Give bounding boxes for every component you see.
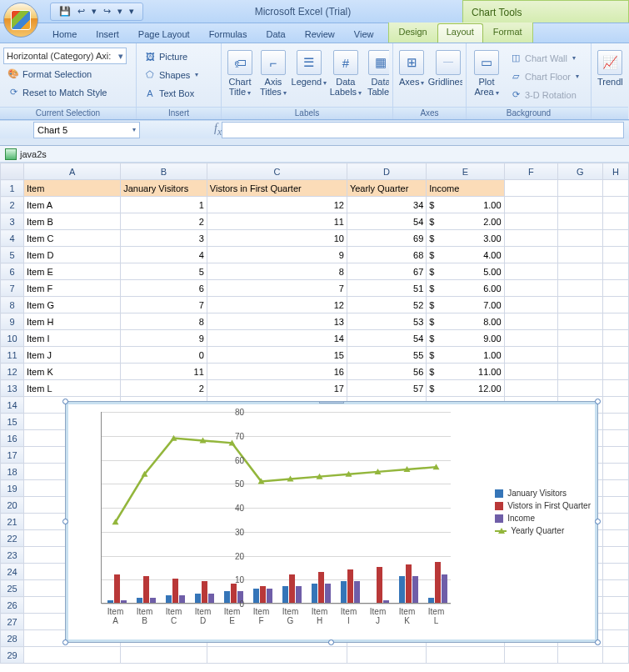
cell[interactable] xyxy=(557,247,602,263)
cell[interactable]: Item C xyxy=(24,230,121,247)
cell[interactable]: January Visitors xyxy=(121,180,207,197)
cell[interactable]: 8 xyxy=(121,313,207,330)
row-header[interactable]: 21 xyxy=(1,514,24,530)
cell[interactable]: Item A xyxy=(24,197,121,213)
cell[interactable]: 11 xyxy=(207,213,347,230)
chart-element-combo[interactable]: Horizontal (Category) Axi:▾ xyxy=(3,48,127,64)
workbook-caption[interactable]: java2s xyxy=(0,146,629,163)
row-header[interactable]: 25 xyxy=(1,580,24,597)
cell[interactable]: 7 xyxy=(207,280,347,297)
cell[interactable] xyxy=(557,263,602,280)
cell[interactable]: Income xyxy=(427,180,504,197)
row-header[interactable]: 6 xyxy=(1,263,24,280)
cell[interactable]: 53 xyxy=(347,313,426,330)
gridlines-button[interactable]: 𝄖Gridlines▾ xyxy=(429,48,462,91)
cell[interactable]: 1 xyxy=(121,197,207,213)
row-header[interactable]: 2 xyxy=(1,197,24,213)
row-header[interactable]: 1 xyxy=(1,180,24,197)
cell[interactable]: 34 xyxy=(347,197,426,213)
col-header-e[interactable]: E xyxy=(427,163,504,180)
cell[interactable] xyxy=(557,197,602,213)
cell[interactable] xyxy=(557,313,602,330)
tab-formulas[interactable]: Formulas xyxy=(200,26,257,43)
cell[interactable] xyxy=(602,414,628,430)
cell[interactable] xyxy=(602,614,628,630)
tab-design[interactable]: Design xyxy=(389,23,436,43)
cell[interactable]: 56 xyxy=(347,364,426,380)
cell[interactable] xyxy=(347,647,426,664)
row-header[interactable]: 19 xyxy=(1,480,24,497)
redo-icon[interactable]: ↪ xyxy=(103,6,111,17)
undo-icon[interactable]: ↩ xyxy=(77,6,85,17)
cell[interactable] xyxy=(24,647,121,664)
cell[interactable] xyxy=(504,347,557,364)
cell[interactable] xyxy=(602,647,628,664)
axis-titles-button[interactable]: ⌐Axis Titles▾ xyxy=(257,48,289,101)
cell[interactable] xyxy=(504,263,557,280)
cell[interactable]: 52 xyxy=(347,297,426,313)
row-header[interactable]: 14 xyxy=(1,397,24,414)
cell[interactable]: 54 xyxy=(347,213,426,230)
cell[interactable]: $1.00 xyxy=(427,197,504,213)
cell[interactable] xyxy=(121,647,207,664)
col-header-a[interactable]: A xyxy=(24,163,121,180)
cell[interactable]: 5 xyxy=(121,263,207,280)
cell[interactable]: Item J xyxy=(24,347,121,364)
shapes-button[interactable]: ⬠Shapes▾ xyxy=(140,66,202,83)
cell[interactable]: 54 xyxy=(347,330,426,347)
cell[interactable] xyxy=(504,280,557,297)
cell[interactable] xyxy=(602,630,628,647)
cell[interactable] xyxy=(504,213,557,230)
tab-layout[interactable]: Layout xyxy=(437,23,483,43)
cell[interactable] xyxy=(602,380,628,397)
formula-input[interactable] xyxy=(222,122,624,138)
cell[interactable]: 17 xyxy=(207,380,347,397)
cell[interactable]: 69 xyxy=(347,230,426,247)
cell[interactable] xyxy=(504,297,557,313)
cell[interactable]: $2.00 xyxy=(427,213,504,230)
legend-button[interactable]: ☰Legend▾ xyxy=(292,48,327,91)
cell[interactable] xyxy=(557,213,602,230)
plot-area-button[interactable]: ▭Plot Area▾ xyxy=(470,48,503,101)
cell[interactable]: Item G xyxy=(24,297,121,313)
row-header[interactable]: 9 xyxy=(1,313,24,330)
col-header-f[interactable]: F xyxy=(504,163,557,180)
row-header[interactable]: 4 xyxy=(1,230,24,247)
cell[interactable] xyxy=(427,647,504,664)
cell[interactable]: Item H xyxy=(24,313,121,330)
cell[interactable]: 12 xyxy=(207,197,347,213)
cell[interactable] xyxy=(602,514,628,530)
cell[interactable] xyxy=(557,364,602,380)
cell[interactable]: $3.00 xyxy=(427,230,504,247)
cell[interactable] xyxy=(602,530,628,547)
cell[interactable]: 6 xyxy=(121,280,207,297)
cell[interactable] xyxy=(602,580,628,597)
row-header[interactable]: 26 xyxy=(1,597,24,614)
row-header[interactable]: 22 xyxy=(1,530,24,547)
row-header[interactable]: 18 xyxy=(1,464,24,480)
cell[interactable]: Item E xyxy=(24,263,121,280)
cell[interactable] xyxy=(602,364,628,380)
row-header[interactable]: 28 xyxy=(1,630,24,647)
cell[interactable]: 3 xyxy=(121,230,207,247)
cell[interactable]: 2 xyxy=(121,380,207,397)
chart-legend[interactable]: January Visitors Vistors in First Quarte… xyxy=(495,485,591,539)
cell[interactable]: 9 xyxy=(121,330,207,347)
cell[interactable]: $5.00 xyxy=(427,263,504,280)
data-labels-button[interactable]: #Data Labels▾ xyxy=(329,48,362,101)
tab-insert[interactable]: Insert xyxy=(87,26,128,43)
picture-button[interactable]: 🖼Picture xyxy=(140,48,202,65)
cell[interactable] xyxy=(602,213,628,230)
row-header[interactable]: 27 xyxy=(1,614,24,630)
embedded-chart[interactable]: January Visitors Vistors in First Quarte… xyxy=(65,401,598,643)
cell[interactable] xyxy=(602,564,628,580)
cell[interactable]: $7.00 xyxy=(427,297,504,313)
textbox-button[interactable]: AText Box xyxy=(140,84,202,102)
cell[interactable]: 7 xyxy=(121,297,207,313)
cell[interactable]: 4 xyxy=(121,247,207,263)
tab-home[interactable]: Home xyxy=(43,26,86,43)
cell[interactable]: 0 xyxy=(121,347,207,364)
cell[interactable] xyxy=(504,380,557,397)
cell[interactable] xyxy=(602,497,628,514)
cell[interactable] xyxy=(602,447,628,464)
